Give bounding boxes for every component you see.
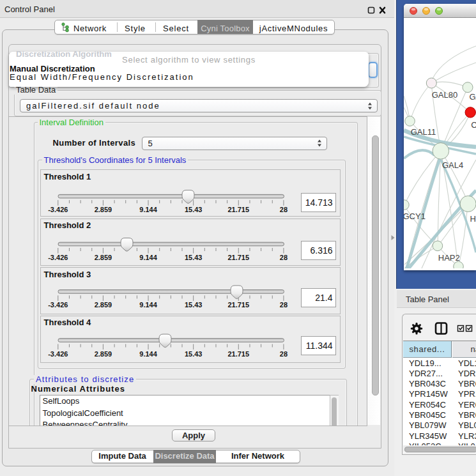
svg-text:15.43: 15.43 [184, 301, 202, 309]
svg-text:15.43: 15.43 [184, 254, 202, 261]
svg-text:-3.426: -3.426 [48, 254, 68, 261]
svg-text:28: 28 [279, 349, 287, 357]
svg-text:15.43: 15.43 [184, 349, 202, 357]
svg-text:-3.426: -3.426 [48, 349, 68, 357]
svg-text:2.859: 2.859 [94, 349, 112, 357]
svg-text:21.715: 21.715 [227, 206, 249, 213]
svg-text:CY: CY [471, 120, 476, 130]
svg-text:9.144: 9.144 [139, 349, 157, 357]
svg-text:HAP2: HAP2 [438, 253, 460, 263]
svg-text:GAL4: GAL4 [442, 160, 463, 170]
svg-text:21.715: 21.715 [227, 349, 249, 357]
svg-text:GCY1: GCY1 [404, 211, 426, 221]
svg-text:9.144: 9.144 [139, 206, 157, 213]
svg-text:15.43: 15.43 [184, 206, 202, 213]
svg-text:2.859: 2.859 [94, 301, 112, 309]
svg-text:GAL80: GAL80 [432, 90, 457, 100]
svg-text:21.715: 21.715 [227, 254, 249, 261]
svg-text:28: 28 [279, 301, 287, 309]
svg-text:-3.426: -3.426 [48, 301, 68, 309]
svg-text:28: 28 [279, 206, 287, 213]
svg-text:2.859: 2.859 [94, 206, 112, 213]
svg-text:2.859: 2.859 [94, 254, 112, 261]
svg-text:21.715: 21.715 [227, 301, 249, 309]
svg-text:H: H [470, 214, 476, 224]
svg-text:28: 28 [279, 254, 287, 261]
svg-text:GA: GA [470, 92, 476, 102]
svg-text:9.144: 9.144 [139, 301, 157, 309]
svg-text:-3.426: -3.426 [48, 206, 68, 213]
svg-text:9.144: 9.144 [139, 254, 157, 261]
svg-text:GAL11: GAL11 [411, 127, 436, 137]
